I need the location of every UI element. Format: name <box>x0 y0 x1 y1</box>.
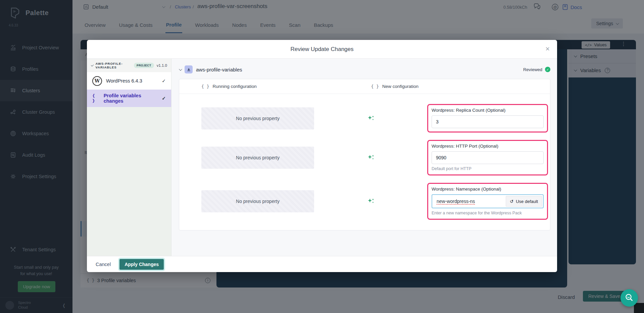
apply-changes-button[interactable]: Apply Changes <box>119 259 164 270</box>
modal-body: AWS-PROFILE-VARIABLES PROJECT v1.1.0 W W… <box>87 59 557 256</box>
diff-column-headers: { } Running configuration { } New config… <box>179 79 550 94</box>
wordpress-logo-icon: W <box>92 76 102 86</box>
no-previous-property-box: No previous property <box>201 107 314 129</box>
http-port-input[interactable] <box>432 151 544 164</box>
pack-item-label: Profile variables changes <box>104 93 158 104</box>
review-update-changes-modal: Review Update Changes × AWS-PROFILE-VARI… <box>87 40 557 272</box>
pack-item-profile-variables[interactable]: { } Profile variables changes ✓ <box>87 90 171 107</box>
diff-rows: No previous property Wordpress: Replica … <box>179 94 550 220</box>
diff-row-namespace: No previous property Wordpress: Namespac… <box>179 183 548 220</box>
section-header: aws-profile-variables Reviewed ✓ <box>179 65 550 73</box>
namespace-input[interactable]: new-wordpress-ns ↺ Use default <box>432 194 544 208</box>
no-previous-property-box: No previous property <box>201 190 314 212</box>
profile-version: v1.1.0 <box>157 63 167 67</box>
braces-icon: { } <box>201 84 209 89</box>
field-label: Wordpress: Namespace (Optional) <box>432 187 544 192</box>
modal-title: Review Update Changes <box>290 46 353 53</box>
section-name: aws-profile-variables <box>196 67 242 72</box>
magnifier-smile-icon <box>624 293 634 303</box>
use-default-button[interactable]: ↺ Use default <box>506 196 542 207</box>
check-icon: ✓ <box>162 78 166 84</box>
replica-count-input[interactable] <box>432 115 544 128</box>
new-configuration-label: New configuration <box>382 84 418 89</box>
history-icon: ↺ <box>510 199 513 204</box>
use-default-label: Use default <box>516 199 538 204</box>
corner-widget <box>634 303 644 313</box>
running-configuration-header: { } Running configuration <box>179 79 365 94</box>
reviewed-check-icon: ✓ <box>545 67 550 72</box>
profile-header-row[interactable]: AWS-PROFILE-VARIABLES PROJECT v1.1.0 <box>87 59 171 72</box>
sparkle-icon <box>367 198 375 205</box>
highlight-annotation-box: Wordpress: Namespace (Optional) new-word… <box>427 183 548 220</box>
diff-row-replica-count: No previous property Wordpress: Replica … <box>179 104 548 133</box>
modal-main-panel: aws-profile-variables Reviewed ✓ { } Run… <box>171 59 557 256</box>
reviewed-label: Reviewed <box>523 67 542 72</box>
namespace-value[interactable]: new-wordpress-ns <box>433 199 506 204</box>
pack-item-label: WordPress 6.4.3 <box>106 78 142 84</box>
scope-badge: PROJECT <box>134 63 154 68</box>
namespace-text: new-wordpress-ns <box>437 199 475 205</box>
check-icon: ✓ <box>162 96 166 101</box>
reviewed-badge: Reviewed ✓ <box>523 67 550 72</box>
profile-name: AWS-PROFILE-VARIABLES <box>95 62 131 69</box>
chevron-down-icon[interactable] <box>179 67 182 71</box>
sparkle-icon <box>367 154 375 161</box>
field-helper-text: Default port for HTTP <box>432 166 544 171</box>
modal-footer: Cancel Apply Changes <box>87 256 557 272</box>
modal-left-panel: AWS-PROFILE-VARIABLES PROJECT v1.1.0 W W… <box>87 59 171 256</box>
sparkle-icon <box>367 115 375 122</box>
help-search-fab[interactable] <box>621 289 638 307</box>
braces-icon: { } <box>371 84 379 89</box>
modal-header: Review Update Changes × <box>87 40 557 59</box>
no-previous-property-box: No previous property <box>201 147 314 169</box>
variables-section-icon <box>185 65 193 73</box>
highlight-annotation-box: Wordpress: HTTP Port (Optional) Default … <box>427 140 548 175</box>
app-screen: Palette 4.6.33 Project Overview Profiles… <box>0 0 644 313</box>
cancel-button[interactable]: Cancel <box>96 262 111 267</box>
diff-row-http-port: No previous property Wordpress: HTTP Por… <box>179 140 548 175</box>
field-label: Wordpress: Replica Count (Optional) <box>432 108 544 113</box>
pack-item-wordpress[interactable]: W WordPress 6.4.3 ✓ <box>87 72 171 90</box>
running-configuration-label: Running configuration <box>212 84 256 89</box>
field-helper-text: Enter a new namespace for the Wordpress … <box>432 211 544 215</box>
chevron-down-icon <box>91 63 94 66</box>
field-label: Wordpress: HTTP Port (Optional) <box>432 144 544 149</box>
braces-icon: { } <box>92 93 100 103</box>
new-configuration-header: { } New configuration <box>365 79 550 94</box>
close-icon[interactable]: × <box>545 45 550 53</box>
configuration-diff-card: { } Running configuration { } New config… <box>179 79 550 230</box>
highlight-annotation-box: Wordpress: Replica Count (Optional) <box>427 104 548 133</box>
